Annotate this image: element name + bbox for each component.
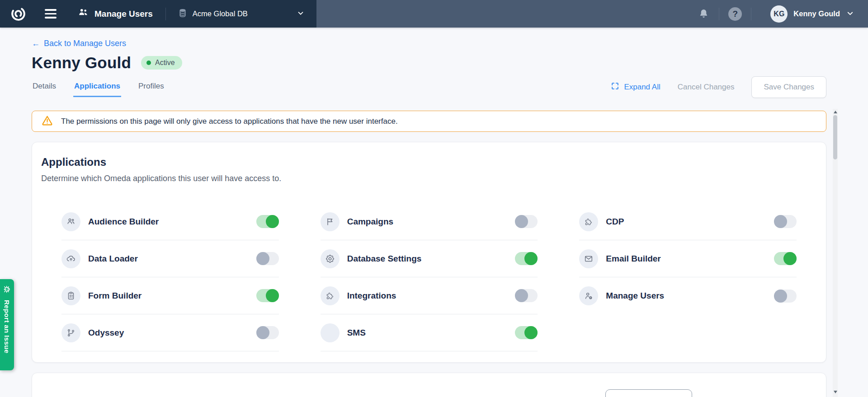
bug-icon xyxy=(3,285,11,295)
page-content: ← Back to Manage Users Kenny Gould Activ… xyxy=(0,28,868,397)
app-row-campaigns: Campaigns xyxy=(321,203,538,240)
tab-profiles[interactable]: Profiles xyxy=(137,77,165,97)
applications-card-description: Determine which Omeda applications this … xyxy=(41,174,797,183)
scrollbar-thumb[interactable] xyxy=(833,115,837,159)
toggle-odyssey[interactable] xyxy=(256,326,279,339)
report-an-issue-label: Report an Issue xyxy=(3,300,11,354)
toggle-sms[interactable] xyxy=(515,326,538,339)
title-row: Kenny Gould Active xyxy=(32,54,826,72)
app-label-integrations: Integrations xyxy=(347,291,396,301)
page-title: Kenny Gould xyxy=(32,54,131,72)
app-row-sms: SMS xyxy=(321,314,538,351)
applications-grid: Audience Builder Campaigns CDP Data Load… xyxy=(61,203,797,351)
scroll-up-arrow-icon[interactable] xyxy=(834,111,837,113)
top-navbar: Manage Users Acme Global DB xyxy=(0,0,868,28)
toggle-audience-builder[interactable] xyxy=(256,215,279,228)
app-row-cdp: CDP xyxy=(579,203,797,240)
app-row-odyssey: Odyssey xyxy=(61,314,279,351)
vertical-scrollbar[interactable] xyxy=(833,109,838,397)
back-link-label: Back to Manage Users xyxy=(44,39,126,48)
toggle-form-builder[interactable] xyxy=(256,289,279,302)
notifications-bell-icon[interactable] xyxy=(698,8,710,20)
expand-all-button[interactable]: Expand All xyxy=(611,82,660,93)
toggle-manage-users[interactable] xyxy=(774,290,797,303)
navbar-divider xyxy=(751,8,751,20)
user-name: Kenny Gould xyxy=(793,9,840,18)
tab-details[interactable]: Details xyxy=(32,77,57,97)
tab-applications[interactable]: Applications xyxy=(73,77,121,97)
status-label: Active xyxy=(155,59,175,67)
audience-icon xyxy=(61,212,80,231)
user-gear-icon xyxy=(579,286,598,305)
tabs-row: DetailsApplicationsProfiles Expand All C… xyxy=(32,76,826,98)
blank-icon xyxy=(321,323,340,342)
toggle-database-settings[interactable] xyxy=(515,252,538,265)
app-label-manage-users: Manage Users xyxy=(606,291,664,301)
app-label-form-builder: Form Builder xyxy=(88,291,142,301)
applications-card: Applications Determine which Omeda appli… xyxy=(32,142,826,363)
back-arrow-icon: ← xyxy=(32,39,40,48)
manage-users-icon xyxy=(77,7,89,21)
app-row-database-settings: Database Settings xyxy=(321,240,538,277)
partial-button[interactable] xyxy=(605,389,692,397)
app-row-manage-users: Manage Users xyxy=(579,277,797,314)
expand-icon xyxy=(611,82,619,93)
app-label-campaigns: Campaigns xyxy=(347,217,393,227)
navbar-divider xyxy=(165,8,166,20)
navbar-left-section: Manage Users Acme Global DB xyxy=(0,0,316,28)
applications-card-title: Applications xyxy=(41,156,797,168)
hamburger-menu-icon[interactable] xyxy=(45,9,57,19)
status-dot-icon xyxy=(146,61,151,65)
app-label-cdp: CDP xyxy=(606,217,624,227)
expand-all-label: Expand All xyxy=(624,83,660,92)
avatar: KG xyxy=(770,5,788,23)
app-label-email-builder: Email Builder xyxy=(606,254,660,264)
app-row-form-builder: Form Builder xyxy=(61,277,279,314)
scroll-down-arrow-icon[interactable] xyxy=(834,391,837,393)
toggle-cdp[interactable] xyxy=(774,215,797,228)
chevron-down-icon xyxy=(297,9,305,19)
clipboard-icon xyxy=(61,286,80,305)
cloud-upload-icon xyxy=(61,249,80,268)
database-selector-label: Acme Global DB xyxy=(193,9,248,18)
toggle-data-loader[interactable] xyxy=(256,252,279,265)
help-glyph: ? xyxy=(733,9,738,19)
app-label-sms: SMS xyxy=(347,328,366,338)
status-badge: Active xyxy=(141,56,182,70)
report-an-issue-tab[interactable]: Report an Issue xyxy=(0,279,14,370)
help-icon[interactable]: ? xyxy=(728,7,742,21)
warning-text: The permissions on this page will only g… xyxy=(61,117,398,126)
envelope-icon xyxy=(579,249,598,268)
user-menu[interactable]: KG Kenny Gould xyxy=(770,5,854,23)
back-link[interactable]: ← Back to Manage Users xyxy=(32,39,126,48)
toggle-campaigns[interactable] xyxy=(515,215,538,228)
toggle-email-builder[interactable] xyxy=(774,252,797,265)
header-actions: Expand All Cancel Changes Save Changes xyxy=(611,76,826,98)
warning-triangle-icon xyxy=(41,114,53,128)
navbar-right-section: ? KG Kenny Gould xyxy=(316,0,868,28)
chevron-down-icon xyxy=(846,9,854,19)
branch-icon xyxy=(61,323,80,342)
puzzle-icon xyxy=(579,212,598,231)
save-changes-button[interactable]: Save Changes xyxy=(751,76,826,98)
app-row-data-loader: Data Loader xyxy=(61,240,279,277)
app-title-label: Manage Users xyxy=(94,9,153,19)
next-section-card xyxy=(32,373,826,397)
warning-banner: The permissions on this page will only g… xyxy=(32,111,826,132)
database-selector[interactable]: Acme Global DB xyxy=(178,8,316,20)
app-row-audience-builder: Audience Builder xyxy=(61,203,279,240)
omeda-logo-icon[interactable] xyxy=(10,5,27,22)
navbar-divider xyxy=(719,8,719,20)
tabs: DetailsApplicationsProfiles xyxy=(32,77,165,97)
app-row-integrations: Integrations xyxy=(321,277,538,314)
app-row-email-builder: Email Builder xyxy=(579,240,797,277)
toggle-integrations[interactable] xyxy=(515,289,538,302)
cancel-changes-button[interactable]: Cancel Changes xyxy=(678,83,735,92)
database-icon xyxy=(178,8,188,20)
app-label-database-settings: Database Settings xyxy=(347,254,422,264)
app-title: Manage Users xyxy=(77,7,153,21)
puzzle-icon xyxy=(321,286,340,305)
app-label-data-loader: Data Loader xyxy=(88,254,138,264)
app-label-odyssey: Odyssey xyxy=(88,328,124,338)
app-label-audience-builder: Audience Builder xyxy=(88,217,159,227)
